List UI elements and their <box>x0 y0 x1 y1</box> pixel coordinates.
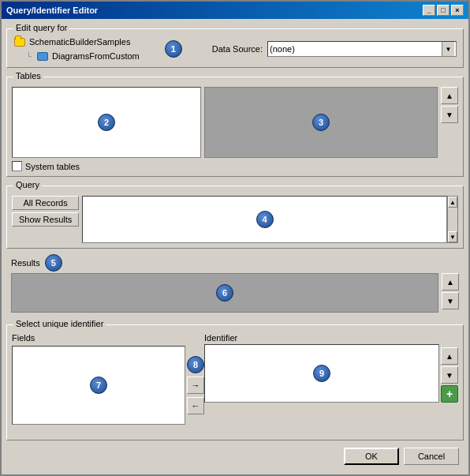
cancel-button[interactable]: Cancel <box>404 448 459 465</box>
identifier-label: Identifier <box>204 333 439 343</box>
show-results-button[interactable]: Show Results <box>12 212 79 227</box>
identifier-section-label: Select unique identifier <box>13 319 106 328</box>
results-label: Results <box>11 258 40 268</box>
tables-right-box: 3 <box>204 87 438 158</box>
results-box: 6 <box>11 273 438 313</box>
tree-connector: └ <box>26 52 32 61</box>
results-up-button[interactable]: ▲ <box>442 273 459 290</box>
tables-down-button[interactable]: ▼ <box>441 106 458 123</box>
fields-box: 7 <box>12 346 185 425</box>
title-bar: Query/Identifier Editor _ □ × <box>2 2 468 19</box>
tables-up-button[interactable]: ▲ <box>441 87 458 104</box>
transfer-and-badge: 8 → ← <box>187 346 204 425</box>
close-button[interactable]: × <box>451 5 464 16</box>
datasource-value: (none) <box>270 44 442 54</box>
edit-query-section: Edit query for SchematicBuilderSamples └ <box>6 28 464 68</box>
query-scrollbar[interactable]: ▲ ▼ <box>447 196 458 243</box>
tree-child-label: DiagramsFromCustom <box>52 51 140 61</box>
fields-label: Fields <box>12 333 204 343</box>
results-container: Results 5 6 ▲ ▼ <box>6 253 464 316</box>
datasource-label: Data Source: <box>212 44 263 54</box>
query-section: Query All Records Show Results 4 ▲ ▼ <box>6 186 464 249</box>
fields-row: 7 8 → ← <box>12 346 204 425</box>
tree-root-item: SchematicBuilderSamples <box>13 36 140 48</box>
badge-3: 3 <box>312 114 330 131</box>
bottom-bar: OK Cancel <box>6 444 464 470</box>
badge-4: 4 <box>256 211 274 228</box>
badge-9: 9 <box>313 365 330 382</box>
system-tables-row: System tables <box>12 161 438 171</box>
badge-7: 7 <box>90 377 107 394</box>
system-tables-checkbox[interactable] <box>12 161 22 171</box>
results-arrow-buttons: ▲ ▼ <box>442 273 459 313</box>
main-window: Query/Identifier Editor _ □ × Edit query… <box>0 0 470 476</box>
identifier-col: Identifier 9 ▲ ▼ + <box>204 333 458 425</box>
identifier-arrow-col: ▲ ▼ + <box>441 333 458 403</box>
identifier-section: Select unique identifier Fields 7 8 → ← <box>6 324 464 440</box>
tables-label: Tables <box>13 71 43 81</box>
window-title: Query/Identifier Editor <box>6 6 98 15</box>
tree-child-item: └ DiagramsFromCustom <box>13 50 140 62</box>
query-buttons: All Records Show Results <box>12 196 79 243</box>
tables-inner: 2 3 System tables ▲ ▼ <box>12 87 458 171</box>
identifier-box: 9 <box>204 344 439 403</box>
ok-button[interactable]: OK <box>344 448 399 465</box>
query-scroll-down[interactable]: ▼ <box>448 231 457 242</box>
edit-query-row: SchematicBuilderSamples └ DiagramsFromCu… <box>13 36 457 62</box>
identifier-down-button[interactable]: ▼ <box>441 366 458 384</box>
query-text-with-scroll: 4 ▲ ▼ <box>82 196 458 243</box>
query-label: Query <box>13 180 42 189</box>
edit-query-label: Edit query for <box>13 23 69 32</box>
datasource-row: Data Source: (none) ▼ <box>212 41 457 57</box>
system-tables-label: System tables <box>25 162 80 171</box>
badge-6: 6 <box>216 284 233 302</box>
badge-2: 2 <box>98 114 115 131</box>
results-label-row: Results 5 <box>6 254 464 272</box>
all-records-button[interactable]: All Records <box>12 196 79 210</box>
query-scroll-up[interactable]: ▲ <box>448 197 457 208</box>
title-bar-buttons: _ □ × <box>423 5 464 16</box>
tables-boxes-row: 2 3 <box>12 87 438 158</box>
query-inner: All Records Show Results 4 ▲ ▼ <box>12 196 458 243</box>
tree-root-label: SchematicBuilderSamples <box>29 37 130 47</box>
datasource-combo[interactable]: (none) ▼ <box>267 41 457 57</box>
tree: SchematicBuilderSamples └ DiagramsFromCu… <box>13 36 140 62</box>
window-content: Edit query for SchematicBuilderSamples └ <box>2 19 468 474</box>
combo-dropdown-arrow[interactable]: ▼ <box>442 42 454 56</box>
query-scroll-track[interactable] <box>448 208 457 231</box>
maximize-button[interactable]: □ <box>437 5 449 16</box>
badge-5: 5 <box>45 254 62 272</box>
identifier-box-col: Identifier 9 <box>204 333 439 403</box>
tables-arrow-buttons: ▲ ▼ <box>441 87 458 171</box>
badge-8: 8 <box>187 356 204 373</box>
transfer-left-button[interactable]: ← <box>187 397 204 414</box>
query-text-area[interactable]: 4 <box>82 196 447 243</box>
badge-1: 1 <box>165 40 182 58</box>
identifier-right: Identifier 9 ▲ ▼ + <box>204 333 458 403</box>
minimize-button[interactable]: _ <box>423 5 435 16</box>
transfer-right-button[interactable]: → <box>187 377 204 394</box>
folder-icon <box>13 36 26 48</box>
identifier-inner: Fields 7 8 → ← <box>12 333 458 425</box>
fields-col: Fields 7 8 → ← <box>12 333 204 425</box>
results-area-row: 6 ▲ ▼ <box>6 273 464 316</box>
results-down-button[interactable]: ▼ <box>442 292 459 309</box>
tables-section: Tables 2 3 System tables <box>6 77 464 177</box>
tables-left-col: 2 3 System tables <box>12 87 438 171</box>
db-icon <box>36 50 49 62</box>
add-identifier-button[interactable]: + <box>441 385 458 403</box>
tables-left-box: 2 <box>12 87 201 158</box>
identifier-up-button[interactable]: ▲ <box>441 347 458 365</box>
